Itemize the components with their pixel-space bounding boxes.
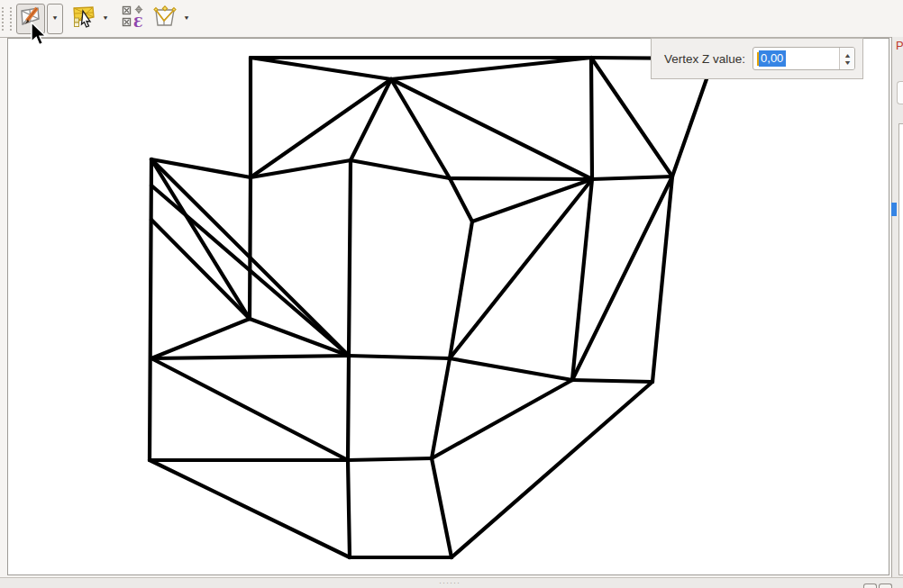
spin-up-icon[interactable]: ▲ — [843, 52, 851, 59]
toolbar-drag-handle[interactable] — [2, 7, 12, 31]
select-mesh-icon — [72, 5, 96, 32]
force-by-geometries-icon — [152, 5, 178, 32]
side-panel-title-fragment: P — [896, 39, 903, 52]
svg-text:Ɛ: Ɛ — [133, 14, 143, 29]
vertex-z-spinbox[interactable]: 0,00 ▲ ▼ — [752, 47, 855, 70]
map-canvas[interactable] — [7, 38, 889, 575]
edit-z-value-button[interactable]: Ɛ — [120, 4, 149, 34]
vertex-z-spinner[interactable]: ▲ ▼ — [839, 48, 854, 69]
chevron-down-icon: ▾ — [53, 15, 58, 22]
statusbar-widget-fragment[interactable] — [863, 583, 877, 588]
side-panel-list-fragment — [898, 123, 903, 575]
edit-z-value-icon: Ɛ — [122, 5, 147, 32]
force-by-geometries-dropdown[interactable]: ▾ — [180, 5, 193, 33]
side-panel-button-fragment[interactable] — [897, 81, 903, 104]
spin-down-icon[interactable]: ▼ — [843, 59, 851, 66]
mouse-cursor-icon — [30, 22, 50, 52]
mesh-digitizing-toolbar: ▾ ▾ Ɛ — [0, 0, 903, 38]
chevron-down-icon: ▾ — [185, 15, 189, 22]
force-by-geometries-button[interactable] — [150, 4, 179, 34]
vertex-z-label: Vertex Z value: — [664, 52, 745, 66]
vertex-z-input[interactable]: 0,00 — [753, 48, 839, 69]
status-strip: ······ — [0, 577, 903, 588]
side-panel-selection-indicator[interactable] — [891, 203, 897, 216]
chevron-down-icon: ▾ — [104, 15, 108, 22]
resize-grip-dots[interactable]: ······ — [439, 579, 461, 587]
select-mesh-dropdown[interactable]: ▾ — [99, 5, 112, 33]
vertex-z-value: 0,00 — [759, 50, 786, 67]
side-panel-fragment: P — [892, 37, 903, 588]
statusbar-widget-fragment[interactable] — [879, 583, 892, 588]
vertex-z-widget: Vertex Z value: 0,00 ▲ ▼ — [651, 38, 863, 79]
select-mesh-button[interactable] — [69, 4, 98, 34]
mesh-layer — [8, 39, 889, 574]
